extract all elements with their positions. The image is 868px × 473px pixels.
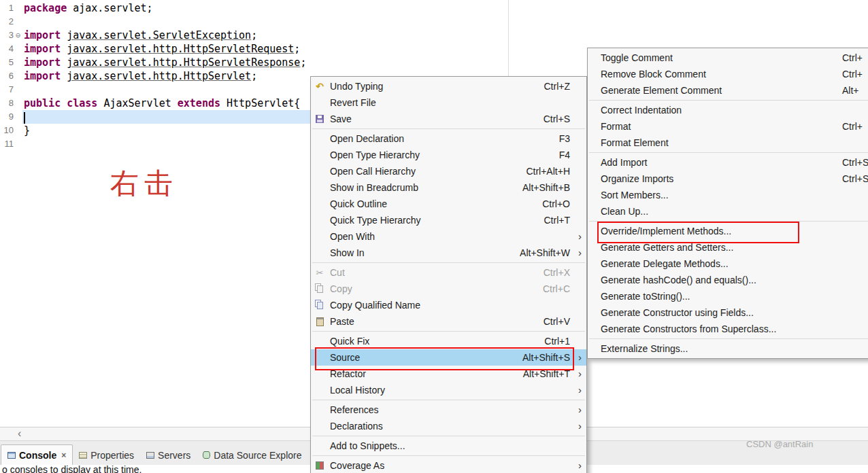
menu-item-open-call-hierarchy[interactable]: Open Call HierarchyCtrl+Alt+H: [311, 163, 586, 179]
code-line[interactable]: 1package ajax.servlet;: [0, 1, 508, 15]
submenu-arrow-icon: ›: [578, 368, 582, 379]
submenu-arrow-icon: ›: [578, 420, 582, 432]
menu-item-open-declaration[interactable]: Open DeclarationF3: [311, 130, 586, 147]
tab-servers[interactable]: Servers: [140, 445, 197, 465]
annotation-box-source: [315, 347, 574, 370]
menu-item-open-type-hierarchy[interactable]: Open Type HierarchyF4: [311, 147, 586, 163]
code-line[interactable]: 2: [0, 15, 508, 29]
tab-data-source-explorer[interactable]: Data Source Explore: [197, 445, 307, 465]
menu-item-copy-qualified-name[interactable]: Copy Qualified Name: [311, 297, 586, 313]
menu-item-show-in[interactable]: Show InAlt+Shift+W›: [311, 245, 586, 261]
undo-icon: ↶: [313, 78, 327, 94]
submenu-item-externalize-strings[interactable]: Externalize Strings...: [588, 340, 868, 357]
submenu-item-format-element[interactable]: Format Element: [588, 135, 868, 151]
menu-item-undo-typing[interactable]: ↶Undo TypingCtrl+Z: [311, 78, 586, 94]
submenu-arrow-icon: ›: [578, 459, 582, 471]
line-number: 1: [0, 1, 14, 15]
coverage-icon: [313, 457, 327, 473]
menu-item-coverage-as[interactable]: Coverage As›: [311, 457, 586, 473]
tab-console[interactable]: Console×: [1, 444, 73, 465]
menu-item-show-in-breadcrumb[interactable]: Show in BreadcrumbAlt+Shift+B: [311, 179, 586, 196]
close-icon[interactable]: ×: [61, 451, 66, 460]
menu-separator: [312, 455, 585, 456]
menu-item-save[interactable]: SaveCtrl+S: [311, 111, 586, 127]
menu-item-quick-outline[interactable]: Quick OutlineCtrl+O: [311, 196, 586, 212]
submenu-item-format[interactable]: FormatCtrl+: [588, 118, 868, 135]
copy-icon: [313, 281, 327, 297]
copy-qualified-name-icon: [313, 297, 327, 313]
submenu-arrow-icon: ›: [578, 351, 582, 363]
menu-item-local-history[interactable]: Local History›: [311, 382, 586, 398]
menu-item-cut[interactable]: ✂CutCtrl+X: [311, 264, 586, 281]
tab-label: Servers: [158, 450, 190, 461]
submenu-item-clean-up[interactable]: Clean Up...: [588, 203, 868, 220]
line-number: 9: [0, 110, 14, 124]
menu-item-revert-file[interactable]: Revert File: [311, 94, 586, 111]
console-status-text: o consoles to display at this time.: [2, 464, 141, 473]
code-line[interactable]: 5import javax.servlet.http.HttpServletRe…: [0, 56, 508, 69]
line-number: 6: [0, 69, 14, 83]
menu-separator: [589, 100, 868, 101]
line-number: 7: [0, 83, 14, 97]
menu-item-declarations[interactable]: Declarations›: [311, 418, 586, 434]
annotation-box-override: [597, 222, 799, 243]
line-number: 2: [0, 15, 14, 29]
line-number: 4: [0, 42, 14, 56]
menu-separator: [589, 338, 868, 339]
submenu-item-correct-indentation[interactable]: Correct Indentation: [588, 102, 868, 118]
submenu-arrow-icon: ›: [578, 247, 582, 258]
context-menu: ↶Undo TypingCtrl+Z Revert File SaveCtrl+…: [310, 76, 587, 473]
line-number: 11: [0, 137, 14, 151]
submenu-item-generate-element-comment[interactable]: Generate Element CommentAlt+: [588, 82, 868, 99]
scroll-left-icon[interactable]: ‹: [18, 427, 21, 441]
menu-separator: [312, 128, 585, 129]
line-number: 3: [0, 29, 14, 42]
tab-label: Properties: [90, 450, 134, 461]
menu-item-copy[interactable]: CopyCtrl+C: [311, 281, 586, 297]
menu-item-paste[interactable]: PasteCtrl+V: [311, 313, 586, 330]
line-number: 8: [0, 97, 14, 110]
menu-separator: [312, 262, 585, 263]
line-number: 5: [0, 56, 14, 69]
code-line[interactable]: 3⊖import javax.servlet.ServletException;: [0, 29, 508, 42]
submenu-item-remove-block-comment[interactable]: Remove Block CommentCtrl+: [588, 66, 868, 82]
menu-separator: [312, 331, 585, 332]
text-caret: [24, 112, 25, 124]
menu-separator: [589, 152, 868, 153]
tab-label: Data Source Explore: [214, 450, 301, 461]
menu-item-add-to-snippets[interactable]: Add to Snippets...: [311, 438, 586, 454]
code-line[interactable]: 4import javax.servlet.http.HttpServletRe…: [0, 42, 508, 56]
paste-icon: [313, 313, 327, 330]
submenu-item-organize-imports[interactable]: Organize ImportsCtrl+S: [588, 171, 868, 187]
properties-icon: [79, 452, 87, 459]
data-source-explorer-icon: [203, 451, 210, 459]
annotation-text: 右击: [110, 167, 178, 200]
submenu-item-sort-members[interactable]: Sort Members...: [588, 187, 868, 203]
submenu-item-generate-delegate-methods[interactable]: Generate Delegate Methods...: [588, 256, 868, 272]
menu-separator: [312, 400, 585, 400]
submenu-arrow-icon: ›: [578, 384, 582, 396]
line-number: 10: [0, 124, 14, 137]
servers-icon: [146, 452, 154, 459]
save-icon: [313, 111, 327, 127]
menu-separator: [312, 436, 585, 436]
submenu-item-generate-constructors-from-superclass[interactable]: Generate Constructors from Superclass...: [588, 321, 868, 337]
menu-item-open-with[interactable]: Open With›: [311, 228, 586, 245]
submenu-item-toggle-comment[interactable]: Toggle CommentCtrl+: [588, 50, 868, 66]
submenu-item-generate-tostring[interactable]: Generate toString()...: [588, 288, 868, 304]
console-icon: [7, 452, 16, 459]
submenu-arrow-icon: ›: [578, 404, 582, 415]
tab-label: Console: [19, 450, 56, 461]
source-submenu: Toggle CommentCtrl+ Remove Block Comment…: [587, 48, 868, 359]
menu-item-quick-type-hierarchy[interactable]: Quick Type HierarchyCtrl+T: [311, 212, 586, 228]
cut-icon: ✂: [313, 264, 327, 281]
submenu-item-generate-hashcode-and-equals[interactable]: Generate hashCode() and equals()...: [588, 272, 868, 288]
watermark: CSDN @antRain: [746, 439, 813, 449]
eclipse-window: 1package ajax.servlet; 2 3⊖import javax.…: [0, 0, 868, 473]
tab-properties[interactable]: Properties: [73, 445, 140, 465]
submenu-item-add-import[interactable]: Add ImportCtrl+S: [588, 154, 868, 171]
submenu-item-generate-constructor-using-fields[interactable]: Generate Constructor using Fields...: [588, 304, 868, 321]
submenu-arrow-icon: ›: [578, 230, 582, 242]
fold-collapse-icon[interactable]: ⊖: [14, 29, 22, 42]
menu-item-references[interactable]: References›: [311, 402, 586, 418]
